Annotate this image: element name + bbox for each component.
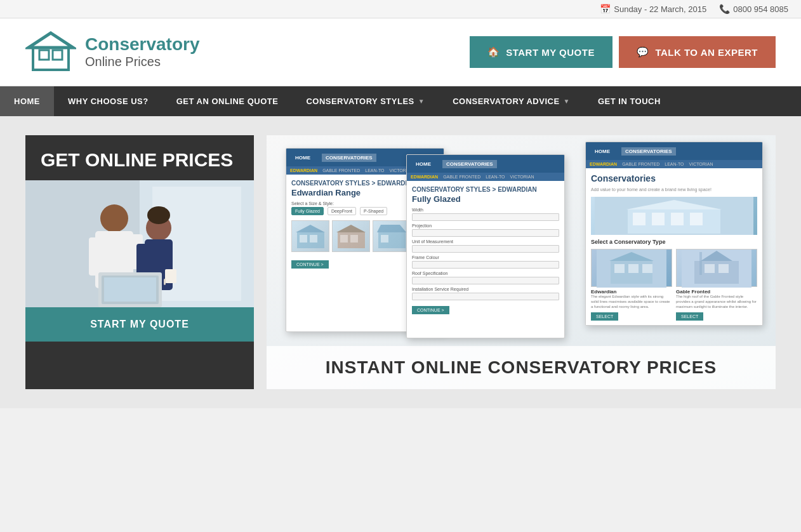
nav-label-why: WHY CHOOSE US?	[68, 96, 149, 106]
logo-icon	[25, 30, 76, 74]
mockup3-subtab-victorian: VICTORIAN	[689, 162, 713, 166]
nav-label-contact: GET IN TOUCH	[598, 96, 661, 106]
mockup2-width-label: Width	[412, 208, 559, 212]
mockup1-subtab-gable: GABLE FRONTED	[322, 168, 360, 173]
nav-item-why-choose-us[interactable]: WHY CHOOSE US?	[54, 86, 162, 116]
mockup2-subtab-edwardian: EDWARDIAN	[411, 175, 438, 179]
svg-rect-26	[340, 235, 348, 243]
mockup3-gable-name: Gable Fronted	[676, 289, 757, 295]
mockup1-option-3: P-Shaped	[360, 207, 387, 215]
svg-rect-36	[671, 213, 684, 225]
svg-rect-19	[104, 277, 156, 302]
mockup2-subtabs: EDWARDIAN GABLE FRONTED LEAN-TO VICTORIA…	[407, 173, 564, 181]
mockup2-projection-input	[412, 229, 559, 237]
mockup3-edwardian-name: Edwardian	[591, 289, 672, 295]
phone-icon: 📞	[719, 4, 730, 14]
mockup2-header: HOME CONSERVATORIES	[407, 155, 564, 173]
mockup2-continue-btn[interactable]: CONTINUE >	[412, 306, 449, 314]
mockup1-img-3	[373, 220, 411, 252]
mockup3-edwardian-btn[interactable]: SELECT	[591, 312, 618, 321]
right-panel: HOME CONSERVATORIES EDWARDIAN GABLE FRON…	[267, 135, 776, 389]
chevron-down-icon: ▼	[418, 98, 425, 105]
mockup2-projection-label: Projection	[412, 223, 559, 228]
calendar-icon: 📅	[600, 4, 611, 14]
mockup2-width-input	[412, 213, 559, 221]
start-quote-button[interactable]: 🏠 START MY QUOTE	[470, 36, 612, 68]
house-icon: 🏠	[487, 46, 500, 58]
edwardian-svg	[592, 249, 672, 288]
svg-rect-43	[642, 264, 652, 273]
mockup2-tab-home: HOME	[412, 160, 435, 168]
svg-rect-18	[164, 279, 166, 285]
chevron-down-icon-2: ▼	[564, 98, 570, 105]
mockup2-subtab-victorian: VICTORIAN	[510, 175, 534, 179]
mockup3-hero	[591, 197, 757, 235]
mockup3-hero-svg	[591, 197, 757, 235]
mockup2-unit-label: Unit of Measurement	[412, 239, 559, 244]
svg-rect-34	[633, 213, 645, 225]
mockup1-img-1	[291, 220, 329, 252]
mockup2-unit-select	[412, 245, 559, 253]
nav-item-contact[interactable]: GET IN TOUCH	[584, 86, 675, 116]
logo-text: Conservatory Online Prices	[85, 35, 200, 69]
phone-item: 📞 0800 954 8085	[719, 4, 788, 14]
nav-item-home[interactable]: HOME	[0, 86, 54, 116]
mockup3-subtabs: EDWARDIAN GABLE FRONTED LEAN-TO VICTORIA…	[586, 160, 762, 168]
mockup3-edwardian-desc: The elegant Edwardian style with its str…	[591, 295, 672, 309]
mockup2-install-input	[412, 293, 559, 300]
svg-rect-27	[350, 235, 358, 243]
cons-svg-3	[374, 222, 409, 251]
nav-item-advice[interactable]: CONSERVATORY ADVICE ▼	[439, 86, 584, 116]
svg-rect-37	[690, 213, 703, 225]
mockup2-frame-label: Frame Colour	[412, 255, 559, 260]
nav-label-styles: CONSERVATORY STYLES	[306, 96, 414, 106]
mockup2-body: CONSERVATORY STYLES > EDWARDIAN Fully Gl…	[407, 181, 564, 319]
mockup3-body: Conservatories Add value to your home an…	[586, 168, 762, 326]
svg-rect-49	[718, 264, 729, 273]
couple-image	[25, 180, 254, 307]
mockup1-continue-btn[interactable]: CONTINUE >	[291, 260, 329, 269]
mockup3-edwardian-img	[591, 249, 672, 287]
gable-svg	[677, 249, 757, 288]
svg-rect-47	[699, 252, 702, 275]
mockup1-tab-home: HOME	[291, 154, 314, 162]
mockup2-tab-conservatories: CONSERVATORIES	[442, 160, 497, 168]
top-bar: 📅 Sunday - 22 March, 2015 📞 0800 954 808…	[0, 0, 801, 18]
start-my-quote-button[interactable]: START MY QUOTE	[25, 307, 254, 342]
mockup2-subtab-gable: GABLE FRONTED	[443, 175, 480, 179]
mockup3-tab-conservatories: CONSERVATORIES	[621, 147, 676, 156]
nav-item-get-quote[interactable]: GET AN ONLINE QUOTE	[162, 86, 293, 116]
nav-item-styles[interactable]: CONSERVATORY STYLES ▼	[292, 86, 439, 116]
mockup3-subtab-leanto: LEAN-TO	[665, 162, 684, 166]
mockup3-section-label: Select a Conservatory Type	[591, 239, 757, 245]
mockup3-heading: Conservatories	[591, 173, 757, 183]
svg-rect-9	[89, 237, 105, 276]
mockup3-subtitle: Add value to your home and create a bran…	[591, 187, 757, 192]
svg-marker-24	[336, 225, 366, 232]
mockup3-gable-btn[interactable]: SELECT	[676, 312, 703, 321]
nav-label-home: HOME	[14, 96, 40, 106]
svg-marker-0	[29, 33, 73, 48]
svg-rect-2	[39, 50, 49, 60]
mockup3-tab-home: HOME	[591, 147, 614, 156]
mockup2-roof-label: Roof Specification	[412, 271, 559, 276]
start-quote-label: START MY QUOTE	[506, 47, 595, 58]
chat-icon: 💬	[637, 46, 649, 58]
main-content: GET ONLINE PRICES	[0, 116, 801, 408]
talk-expert-button[interactable]: 💬 TALK TO AN EXPERT	[619, 36, 776, 68]
logo-area: Conservatory Online Prices	[25, 30, 200, 74]
svg-rect-3	[53, 50, 62, 60]
svg-rect-48	[705, 264, 715, 273]
mockup1-tab-conservatories: CONSERVATORIES	[322, 154, 376, 162]
svg-point-7	[100, 204, 128, 232]
mockup3-type-gable: Gable Fronted The high roof of the Gable…	[676, 249, 757, 321]
talk-expert-label: TALK TO AN EXPERT	[655, 47, 758, 58]
logo-subtitle: Online Prices	[85, 55, 200, 69]
phone-text: 0800 954 8085	[733, 4, 788, 14]
mockup3-subtab-edwardian: EDWARDIAN	[590, 162, 617, 166]
mockup3-subtab-gable: GABLE FRONTED	[622, 162, 659, 166]
right-panel-title: INSTANT ONLINE CONSERVATORY PRICES	[267, 346, 776, 389]
mockup2-install-label: Installation Service Required	[412, 287, 559, 291]
svg-rect-1	[33, 48, 69, 70]
mockup2-subtab-leanto: LEAN-TO	[486, 175, 505, 179]
